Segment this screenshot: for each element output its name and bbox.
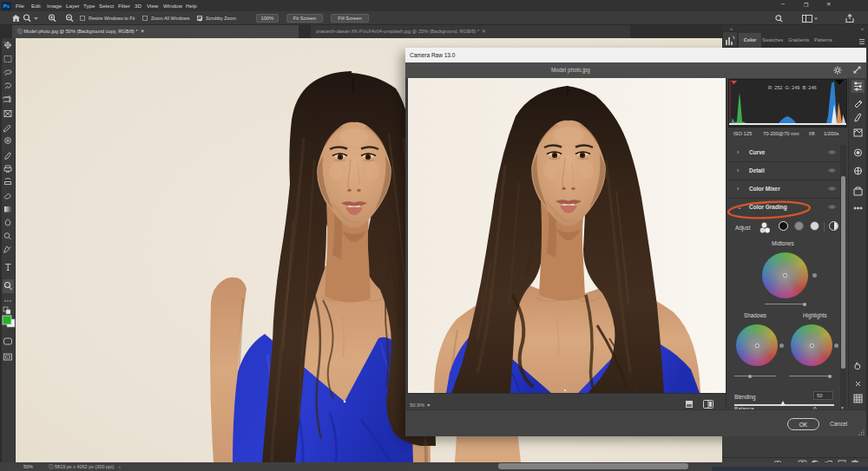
- svg-text:R: 252 G: 249 B: 246: R: 252 G: 249 B: 246: [768, 85, 817, 90]
